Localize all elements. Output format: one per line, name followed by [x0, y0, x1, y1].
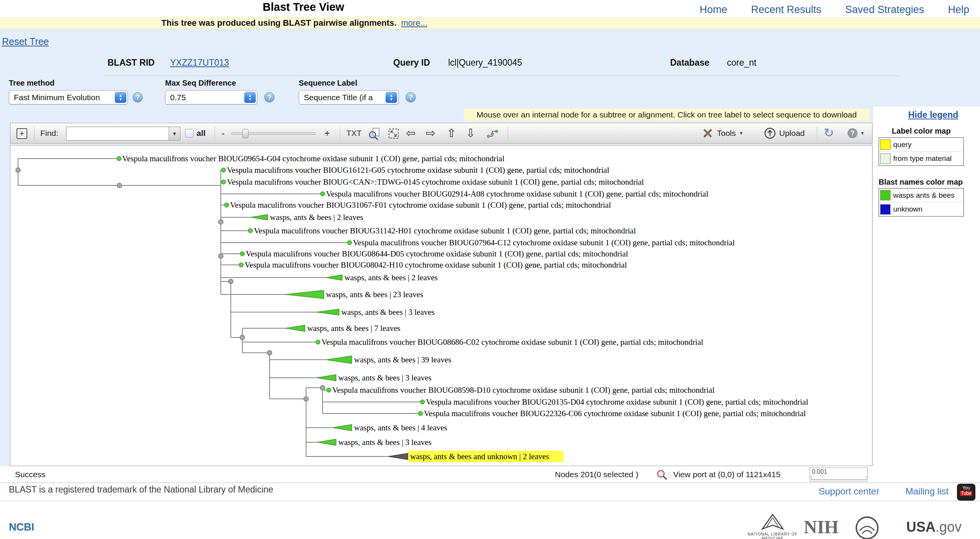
- tree-leaf-label[interactable]: Vespula maculifrons voucher BIOUG<CAN>:T…: [227, 177, 644, 187]
- expand-all-icon[interactable]: +: [17, 128, 27, 139]
- fit-to-window-icon[interactable]: [387, 127, 400, 140]
- nih-logo[interactable]: NIH: [804, 516, 839, 537]
- find-dropdown-icon[interactable]: ▼: [169, 127, 180, 140]
- collapsed-clade-triangle[interactable]: [285, 290, 324, 299]
- find-all-checkbox[interactable]: [185, 129, 194, 137]
- tree-clade-label[interactable]: wasps, ants & bees | 3 leaves: [338, 438, 432, 447]
- tree-clade-label[interactable]: wasps, ants & bees | 3 leaves: [338, 373, 432, 382]
- tree-leaf-label[interactable]: Vespula maculifrons voucher BIOUG09654-G…: [122, 154, 505, 163]
- support-center-link[interactable]: Support center: [819, 486, 879, 497]
- leaf-node-dot[interactable]: [248, 229, 253, 233]
- collapsed-clade-triangle-mixed[interactable]: [388, 453, 408, 460]
- zoom-slider[interactable]: [231, 132, 316, 135]
- collapsed-clade-triangle[interactable]: [318, 439, 336, 445]
- nlm-logo[interactable]: NATIONAL LIBRARY OF MEDICINE: [748, 514, 798, 539]
- tree-clade-label[interactable]: wasps, ants & bees | 3 leaves: [341, 308, 435, 317]
- internal-node[interactable]: [219, 254, 223, 258]
- tree-clade-label[interactable]: wasps, ants & bees | 23 leaves: [326, 290, 423, 299]
- collapsed-clade-triangle[interactable]: [326, 275, 342, 280]
- tree-leaf-label[interactable]: Vespula maculifrons voucher BIOUG31142-H…: [254, 226, 636, 235]
- status-magnifier-icon[interactable]: [656, 469, 668, 481]
- down-arrow-icon[interactable]: ⇩: [466, 126, 475, 140]
- youtube-icon[interactable]: You Tube: [957, 484, 975, 501]
- collapsed-clade-triangle[interactable]: [332, 425, 352, 431]
- txt-export-button[interactable]: TXT: [346, 129, 362, 138]
- zoom-in-button[interactable]: +: [324, 128, 330, 139]
- tree-clade-label[interactable]: wasps, ants & bees | 39 leaves: [354, 355, 451, 364]
- internal-node[interactable]: [219, 220, 223, 224]
- tree-canvas[interactable]: Vespula maculifrons voucher BIOUG09654-G…: [10, 145, 872, 466]
- hhs-logo[interactable]: [854, 515, 880, 539]
- sequence-label-help-icon[interactable]: ?: [406, 92, 416, 103]
- leaf-node-dot[interactable]: [239, 263, 243, 267]
- forward-arrow-icon[interactable]: ⇨: [426, 126, 435, 140]
- find-input[interactable]: ▼: [66, 127, 180, 141]
- internal-node[interactable]: [240, 335, 245, 340]
- tree-leaf-label[interactable]: Vespula maculifrons voucher BIOUG08598-D…: [332, 385, 715, 395]
- internal-node[interactable]: [304, 397, 308, 401]
- tree-clade-label[interactable]: wasps, ants & bees | 7 leaves: [307, 324, 401, 333]
- zoom-slider-handle[interactable]: [242, 129, 248, 138]
- collapsed-clade-triangle[interactable]: [316, 375, 336, 381]
- upload-button[interactable]: Upload: [764, 127, 805, 139]
- leaf-node-dot[interactable]: [222, 180, 226, 184]
- leaf-node-dot[interactable]: [321, 192, 325, 196]
- tree-leaf-label[interactable]: Vespula maculifrons voucher BIOUG08042-H…: [245, 260, 627, 270]
- reroot-tree-icon[interactable]: [487, 127, 499, 140]
- tree-clade-label[interactable]: wasps, ants & bees | 2 leaves: [270, 213, 363, 222]
- hide-legend-link[interactable]: Hide legend: [908, 110, 958, 120]
- leaf-node-dot[interactable]: [348, 241, 352, 245]
- tree-leaf-label[interactable]: Vespula maculifrons voucher BIOUG16121-G…: [227, 165, 609, 175]
- tree-clade-label-highlighted[interactable]: wasps, ants & bees and unknown | 2 leave…: [410, 452, 549, 461]
- tools-menu-button[interactable]: Tools ▼: [702, 127, 743, 139]
- nav-help[interactable]: Help: [948, 4, 969, 16]
- tree-leaf-label[interactable]: Vespula maculifrons voucher BIOUG07964-C…: [353, 238, 735, 247]
- zoom-to-selection-icon[interactable]: [368, 127, 381, 140]
- tree-method-select[interactable]: Fast Minimum Evolution ▲▼: [9, 90, 128, 104]
- max-seq-diff-select[interactable]: 0.75 ▲▼: [165, 90, 257, 104]
- tree-leaf-label[interactable]: Vespula maculifrons voucher BIOUG22326-C…: [424, 409, 806, 418]
- tree-clade-label[interactable]: wasps, ants & bees | 2 leaves: [344, 273, 438, 282]
- refresh-icon[interactable]: ↻: [824, 126, 834, 140]
- tree-leaf-label[interactable]: Vespula maculifrons voucher BIOUG02914-A…: [326, 189, 709, 198]
- blast-rid-value[interactable]: YXZZ17UT013: [170, 58, 229, 68]
- mailing-list-link[interactable]: Mailing list: [906, 486, 949, 497]
- reset-tree-link[interactable]: Reset Tree: [2, 36, 49, 47]
- leaf-node-dot[interactable]: [117, 157, 121, 161]
- tree-leaf-label[interactable]: Vespula maculifrons voucher BIOUG08644-D…: [246, 249, 628, 258]
- banner-more-link[interactable]: more...: [401, 18, 427, 28]
- internal-node[interactable]: [117, 183, 122, 188]
- nav-recent-results[interactable]: Recent Results: [751, 4, 821, 16]
- tree-clade-label[interactable]: wasps, ants & bees | 4 leaves: [354, 423, 447, 432]
- collapsed-clade-triangle[interactable]: [316, 309, 339, 315]
- tree-leaf-label[interactable]: Vespula maculifrons voucher BIOUG08686-C…: [321, 337, 704, 347]
- ncbi-logo[interactable]: NCBI: [9, 521, 34, 533]
- up-arrow-icon[interactable]: ⇧: [447, 126, 456, 140]
- internal-node[interactable]: [228, 279, 233, 284]
- usagov-logo[interactable]: USA.gov: [906, 519, 962, 535]
- leaf-node-dot[interactable]: [240, 252, 245, 256]
- leaf-node-dot[interactable]: [316, 340, 320, 344]
- toolbar-help-button[interactable]: ? ▼: [848, 128, 865, 138]
- internal-node[interactable]: [320, 385, 325, 390]
- sequence-label-select[interactable]: Sequence Title (if a ▲▼: [299, 90, 399, 104]
- nav-home[interactable]: Home: [700, 4, 727, 16]
- nav-saved-strategies[interactable]: Saved Strategies: [845, 4, 924, 16]
- collapsed-clade-triangle[interactable]: [326, 356, 352, 364]
- leaf-node-dot[interactable]: [225, 203, 229, 207]
- tree-method-help-icon[interactable]: ?: [132, 92, 143, 103]
- leaf-node-dot[interactable]: [420, 400, 425, 404]
- max-seq-diff-help-icon[interactable]: ?: [264, 92, 275, 103]
- leaf-node-dot[interactable]: [327, 388, 331, 392]
- collapsed-clade-triangle[interactable]: [285, 325, 305, 331]
- leaf-node-dot[interactable]: [419, 412, 423, 416]
- collapsed-clade-triangle[interactable]: [251, 215, 268, 220]
- leaf-node-dot[interactable]: [222, 168, 226, 172]
- internal-node[interactable]: [16, 168, 20, 172]
- tree-leaf-label[interactable]: Vespula maculifrons voucher BIOUG31067-F…: [230, 200, 611, 210]
- tree-leaf-label[interactable]: Vespula maculifrons voucher BIOUG20135-D…: [426, 397, 808, 407]
- back-arrow-icon[interactable]: ⇦: [406, 126, 416, 140]
- zoom-out-button[interactable]: -: [222, 128, 225, 139]
- find-input-value[interactable]: [66, 127, 169, 140]
- internal-node[interactable]: [267, 351, 272, 355]
